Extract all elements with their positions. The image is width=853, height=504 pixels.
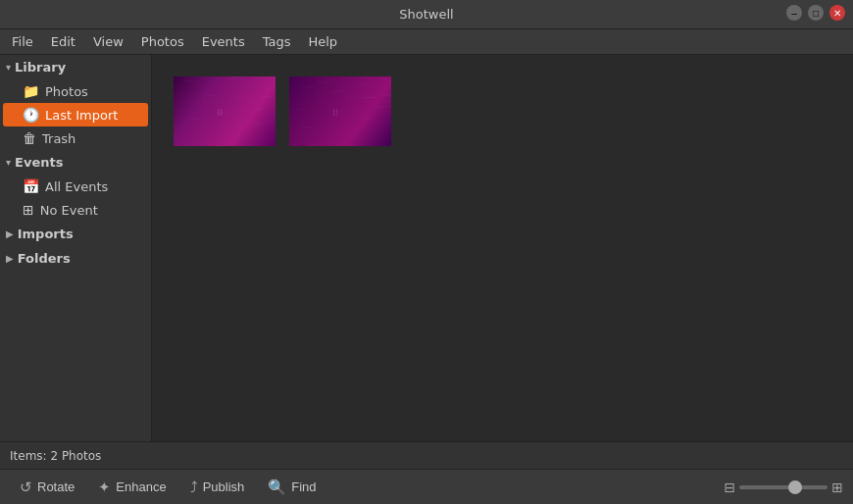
rotate-icon: ↺ — [20, 479, 32, 496]
publish-icon: ⤴ — [190, 479, 198, 495]
maximize-button[interactable]: □ — [808, 5, 824, 21]
window-controls: – □ ✕ — [786, 5, 845, 21]
titlebar: Shotwell – □ ✕ — [0, 0, 853, 29]
sidebar-item-last-import[interactable]: 🕐 Last Import — [3, 103, 148, 126]
folders-arrow-icon: ▶ — [6, 253, 14, 264]
toolbar: ↺ Rotate ✦ Enhance ⤴ Publish 🔍 Find ⊟ ⊞ — [0, 469, 853, 504]
sidebar-item-trash[interactable]: 🗑 Trash — [3, 126, 148, 150]
sidebar-item-all-events[interactable]: 📅 All Events — [3, 175, 148, 198]
zoom-out-icon: ⊟ — [725, 479, 736, 495]
folders-label: Folders — [18, 251, 71, 266]
zoom-in-icon: ⊞ — [831, 479, 843, 495]
sidebar: ▾ Library 📁 Photos 🕐 Last Import 🗑 Trash… — [0, 55, 152, 441]
find-label: Find — [291, 479, 316, 494]
library-label: Library — [15, 60, 66, 75]
sidebar-section-library[interactable]: ▾ Library — [0, 55, 151, 79]
photo-thumbnail-2[interactable] — [287, 75, 393, 148]
app-title: Shotwell — [399, 7, 453, 22]
menu-item-photos[interactable]: Photos — [133, 32, 192, 51]
photos-icon: 📁 — [23, 83, 39, 99]
status-text: Items: 2 Photos — [10, 449, 101, 463]
menu-item-tags[interactable]: Tags — [255, 32, 299, 51]
last-import-icon: 🕐 — [23, 107, 39, 123]
photo-grid — [152, 55, 853, 441]
menu-item-events[interactable]: Events — [194, 32, 253, 51]
minimize-button[interactable]: – — [786, 5, 802, 21]
imports-label: Imports — [18, 227, 74, 241]
menubar: FileEditViewPhotosEventsTagsHelp — [0, 29, 853, 55]
enhance-label: Enhance — [116, 479, 166, 494]
imports-arrow-icon: ▶ — [6, 228, 14, 239]
sidebar-item-all-events-label: All Events — [45, 179, 108, 194]
all-events-icon: 📅 — [23, 178, 39, 194]
no-event-icon: ⊞ — [23, 202, 34, 218]
enhance-button[interactable]: ✦ Enhance — [88, 475, 176, 500]
rotate-label: Rotate — [37, 479, 75, 494]
menu-item-edit[interactable]: Edit — [43, 32, 83, 51]
main-layout: ▾ Library 📁 Photos 🕐 Last Import 🗑 Trash… — [0, 55, 853, 441]
close-button[interactable]: ✕ — [829, 5, 845, 21]
find-icon: 🔍 — [268, 479, 286, 496]
rotate-button[interactable]: ↺ Rotate — [10, 475, 84, 500]
content-area — [152, 55, 853, 441]
menu-item-help[interactable]: Help — [300, 32, 345, 51]
sidebar-item-photos[interactable]: 📁 Photos — [3, 79, 148, 103]
find-button[interactable]: 🔍 Find — [258, 475, 326, 500]
photo-thumbnail-1[interactable] — [172, 75, 277, 148]
sidebar-item-photos-label: Photos — [45, 84, 88, 99]
statusbar: Items: 2 Photos — [0, 441, 853, 469]
sidebar-item-last-import-label: Last Import — [45, 108, 118, 123]
sidebar-section-events[interactable]: ▾ Events — [0, 150, 151, 175]
publish-label: Publish — [203, 479, 245, 494]
zoom-area: ⊟ ⊞ — [725, 479, 843, 495]
sidebar-section-folders[interactable]: ▶ Folders — [0, 246, 151, 271]
publish-button[interactable]: ⤴ Publish — [180, 475, 255, 499]
sidebar-item-no-event[interactable]: ⊞ No Event — [3, 198, 148, 222]
trash-icon: 🗑 — [23, 130, 36, 146]
events-label: Events — [15, 155, 63, 170]
enhance-icon: ✦ — [98, 479, 111, 496]
menu-item-view[interactable]: View — [85, 32, 131, 51]
events-arrow-icon: ▾ — [6, 157, 11, 168]
library-arrow-icon: ▾ — [6, 62, 11, 73]
sidebar-item-no-event-label: No Event — [40, 203, 98, 218]
zoom-slider[interactable] — [739, 485, 828, 489]
menu-item-file[interactable]: File — [4, 32, 41, 51]
sidebar-section-imports[interactable]: ▶ Imports — [0, 222, 151, 246]
sidebar-item-trash-label: Trash — [42, 131, 75, 146]
